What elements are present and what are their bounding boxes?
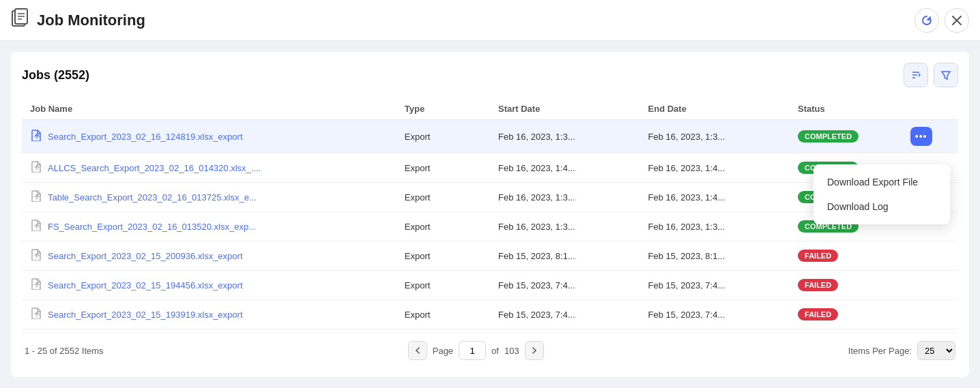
job-name-cell: Search_Export_2023_02_15_200936.xlsx_exp… [22, 241, 397, 271]
app-icon [11, 8, 30, 32]
prev-page-button[interactable] [408, 341, 427, 360]
job-end-date-cell: Feb 16, 2023, 1:3... [640, 212, 790, 241]
job-name-link[interactable]: FS_Search_Export_2023_02_16_013520.xlsx_… [48, 222, 256, 232]
job-end-date-cell: Feb 15, 2023, 8:1... [640, 241, 790, 271]
next-page-button[interactable] [525, 341, 544, 360]
status-badge: FAILED [798, 308, 838, 320]
col-start-date: Start Date [490, 98, 640, 120]
jobs-actions [904, 63, 958, 87]
jobs-header: Jobs (2552) [22, 63, 958, 87]
col-actions [902, 98, 958, 120]
job-type-cell: Export [397, 241, 490, 271]
pagination-info: 1 - 25 of 2552 Items [25, 346, 104, 356]
job-start-date-cell: Feb 16, 2023, 1:3... [490, 183, 640, 212]
job-name-link[interactable]: Search_Export_2023_02_16_124819.xlsx_exp… [48, 132, 243, 142]
job-name-link[interactable]: Search_Export_2023_02_15_200936.xlsx_exp… [48, 251, 243, 261]
job-start-date-cell: Feb 15, 2023, 8:1... [490, 241, 640, 271]
job-end-date-cell: Feb 16, 2023, 1:4... [640, 183, 790, 212]
of-label: of [491, 346, 499, 356]
total-pages: 103 [504, 346, 519, 356]
filter-button[interactable] [934, 63, 958, 87]
status-badge: FAILED [798, 279, 838, 291]
job-start-date-cell: Feb 16, 2023, 1:3... [490, 120, 640, 153]
main-content: Jobs (2552) Job Name Type St [11, 52, 969, 377]
job-actions-cell [902, 300, 958, 329]
job-actions-cell [902, 241, 958, 271]
job-file-icon [30, 129, 42, 144]
items-per-page-label: Items Per Page: [848, 346, 912, 356]
table-row[interactable]: Search_Export_2023_02_15_193919.xlsx_exp… [22, 300, 958, 329]
job-type-cell: Export [397, 300, 490, 329]
job-type-cell: Export [397, 153, 490, 183]
items-per-page-select[interactable]: 25 50 100 [917, 341, 955, 360]
job-file-icon [30, 248, 42, 263]
job-type-cell: Export [397, 212, 490, 241]
job-name-cell: ALLCS_Search_Export_2023_02_16_014320.xl… [22, 153, 397, 183]
job-name-cell: Search_Export_2023_02_15_193919.xlsx_exp… [22, 300, 397, 329]
col-end-date: End Date [640, 98, 790, 120]
job-type-cell: Export [397, 183, 490, 212]
page-title: Job Monitoring [37, 12, 145, 29]
table-row[interactable]: Search_Export_2023_02_16_124819.xlsx_exp… [22, 120, 958, 153]
job-status-cell: FAILED [790, 241, 902, 271]
job-file-icon [30, 219, 42, 234]
svg-marker-10 [942, 72, 950, 79]
job-type-cell: Export [397, 120, 490, 153]
job-name-link[interactable]: ALLCS_Search_Export_2023_02_16_014320.xl… [48, 163, 261, 173]
close-button[interactable] [945, 8, 969, 33]
job-file-icon [30, 160, 42, 175]
job-status-cell: COMPLETED [790, 120, 902, 153]
table-row[interactable]: Search_Export_2023_02_15_200936.xlsx_exp… [22, 241, 958, 271]
job-end-date-cell: Feb 15, 2023, 7:4... [640, 300, 790, 329]
table-body: Search_Export_2023_02_16_124819.xlsx_exp… [22, 120, 958, 329]
job-status-cell: FAILED [790, 271, 902, 300]
job-end-date-cell: Feb 16, 2023, 1:3... [640, 120, 790, 153]
job-name-link[interactable]: Table_Search_Export_2023_02_16_013725.xl… [48, 192, 257, 203]
job-name-link[interactable]: Search_Export_2023_02_15_194456.xlsx_exp… [48, 280, 243, 290]
job-actions-cell: ••• [902, 120, 958, 153]
status-badge: COMPLETED [798, 130, 859, 143]
job-name-cell: Table_Search_Export_2023_02_16_013725.xl… [22, 183, 397, 212]
page-label: Page [433, 346, 453, 356]
page-input[interactable] [459, 341, 486, 360]
col-type: Type [397, 98, 490, 120]
header-left: Job Monitoring [11, 8, 145, 32]
context-menu: Download Export File Download Log [813, 164, 950, 224]
download-log-menu-item[interactable]: Download Log [813, 194, 950, 219]
job-start-date-cell: Feb 15, 2023, 7:4... [490, 271, 640, 300]
app-header: Job Monitoring [0, 0, 980, 41]
job-name-cell: Search_Export_2023_02_15_194456.xlsx_exp… [22, 271, 397, 300]
sort-button[interactable] [904, 63, 928, 87]
header-actions [914, 8, 969, 33]
col-status: Status [790, 98, 902, 120]
job-file-icon [30, 278, 42, 293]
job-name-cell: FS_Search_Export_2023_02_16_013520.xlsx_… [22, 212, 397, 241]
job-start-date-cell: Feb 16, 2023, 1:3... [490, 212, 640, 241]
job-name-cell: Search_Export_2023_02_16_124819.xlsx_exp… [22, 120, 397, 153]
job-actions-cell [902, 271, 958, 300]
job-type-cell: Export [397, 271, 490, 300]
col-job-name: Job Name [22, 98, 397, 120]
more-options-button[interactable]: ••• [910, 127, 932, 146]
job-end-date-cell: Feb 16, 2023, 1:4... [640, 153, 790, 183]
status-badge: FAILED [798, 250, 838, 262]
pagination: 1 - 25 of 2552 Items Page of 103 Items P… [22, 332, 958, 360]
jobs-title: Jobs (2552) [22, 68, 89, 83]
items-per-page-container: Items Per Page: 25 50 100 [848, 341, 955, 360]
job-file-icon [30, 190, 42, 205]
job-end-date-cell: Feb 15, 2023, 7:4... [640, 271, 790, 300]
job-status-cell: FAILED [790, 300, 902, 329]
refresh-button[interactable] [914, 8, 939, 33]
job-start-date-cell: Feb 16, 2023, 1:4... [490, 153, 640, 183]
table-header: Job Name Type Start Date End Date Status [22, 98, 958, 120]
download-export-file-menu-item[interactable]: Download Export File [813, 170, 950, 194]
table-row[interactable]: Search_Export_2023_02_15_194456.xlsx_exp… [22, 271, 958, 300]
job-name-link[interactable]: Search_Export_2023_02_15_193919.xlsx_exp… [48, 310, 243, 320]
pagination-controls: Page of 103 [408, 341, 544, 360]
job-start-date-cell: Feb 15, 2023, 7:4... [490, 300, 640, 329]
job-file-icon [30, 307, 42, 322]
